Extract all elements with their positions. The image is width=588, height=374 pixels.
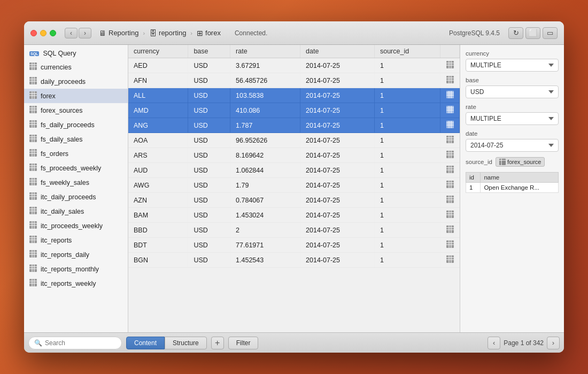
table-row[interactable]: BAM USD 1.453024 2014-07-25 1 bbox=[128, 208, 460, 223]
svg-rect-90 bbox=[446, 91, 454, 98]
table-row[interactable]: BBD USD 2 2014-07-25 1 bbox=[128, 223, 460, 238]
currency-filter-select[interactable]: MULTIPLE bbox=[466, 59, 559, 72]
table-row[interactable]: ANG USD 1.787 2014-07-25 1 bbox=[128, 118, 460, 133]
sidebar-item-forex[interactable]: forex bbox=[24, 89, 128, 103]
cell-base: USD bbox=[188, 193, 230, 208]
source-ref-button[interactable]: forex_source bbox=[496, 157, 545, 167]
filter-button[interactable]: Filter bbox=[228, 337, 259, 349]
breadcrumb-table-label: forex bbox=[205, 29, 221, 37]
sidebar-item-itc-reports[interactable]: itc_reports bbox=[24, 233, 128, 247]
table-row[interactable]: AUD USD 1.062844 2014-07-25 1 bbox=[128, 163, 460, 178]
next-page-button[interactable]: › bbox=[547, 337, 560, 349]
tab-content[interactable]: Content bbox=[126, 337, 165, 349]
breadcrumb-db[interactable]: 🗄 reporting bbox=[146, 28, 189, 38]
breadcrumb-reporting[interactable]: 🖥 Reporting bbox=[96, 28, 142, 38]
table-row[interactable]: AZN USD 0.784067 2014-07-25 1 bbox=[128, 193, 460, 208]
data-table-container[interactable]: currency base rate date source_id AED US… bbox=[128, 45, 460, 332]
close-button[interactable] bbox=[30, 30, 37, 36]
table-grid-icon-6 bbox=[29, 135, 37, 144]
sidebar-item-currencies[interactable]: currencies bbox=[24, 60, 128, 74]
sidebar-item-itc-daily-proceeds[interactable]: itc_daily_proceeds bbox=[24, 190, 128, 204]
add-button[interactable]: + bbox=[211, 337, 224, 349]
cell-action[interactable] bbox=[440, 118, 460, 133]
prev-page-button[interactable]: ‹ bbox=[488, 337, 500, 349]
sidebar-item-forex-sources[interactable]: forex_sources bbox=[24, 103, 128, 118]
traffic-lights bbox=[30, 30, 56, 36]
sidebar-item-daily-proceeds[interactable]: daily_proceeds bbox=[24, 74, 128, 89]
search-input[interactable] bbox=[45, 339, 125, 347]
sidebar-item-fs-daily-proceeds[interactable]: fs_daily_proceeds bbox=[24, 118, 128, 132]
sidebar-item-itc-reports-weekly[interactable]: itc_reports_weekly bbox=[24, 276, 128, 291]
layout-button-1[interactable]: ⬜ bbox=[525, 27, 540, 39]
col-header-rate[interactable]: rate bbox=[230, 45, 300, 58]
table-row[interactable]: AED USD 3.67291 2014-07-25 1 bbox=[128, 58, 460, 73]
cell-rate: 1.062844 bbox=[230, 163, 300, 178]
table-row[interactable]: AFN USD 56.485726 2014-07-25 1 bbox=[128, 73, 460, 88]
table-row[interactable]: ALL USD 103.5838 2014-07-25 1 bbox=[128, 88, 460, 103]
cell-action[interactable] bbox=[440, 253, 460, 268]
sidebar-item-itc-reports-daily[interactable]: itc_reports_daily bbox=[24, 247, 128, 262]
cell-currency: BDT bbox=[128, 238, 188, 253]
cell-action[interactable] bbox=[440, 58, 460, 73]
date-filter-select[interactable]: 2014-07-25 bbox=[466, 139, 559, 152]
cell-action[interactable] bbox=[440, 223, 460, 238]
table-row[interactable]: AOA USD 96.952626 2014-07-25 1 bbox=[128, 133, 460, 148]
table-row[interactable]: BGN USD 1.452543 2014-07-25 1 bbox=[128, 253, 460, 268]
cell-action[interactable] bbox=[440, 103, 460, 118]
sidebar-item-itc-reports-monthly[interactable]: itc_reports_monthly bbox=[24, 262, 128, 276]
table-row[interactable]: ARS USD 8.169642 2014-07-25 1 bbox=[128, 148, 460, 163]
nav-buttons: ‹ › bbox=[65, 28, 91, 38]
tab-structure[interactable]: Structure bbox=[165, 337, 207, 349]
cell-action[interactable] bbox=[440, 178, 460, 193]
cell-source-id: 1 bbox=[374, 148, 440, 163]
table-row[interactable]: AMD USD 410.086 2014-07-25 1 bbox=[128, 103, 460, 118]
base-filter-select[interactable]: USD bbox=[466, 85, 559, 98]
cell-source-id: 1 bbox=[374, 223, 440, 238]
layout-button-2[interactable]: ▭ bbox=[543, 27, 558, 39]
sidebar-item-fs-daily-sales[interactable]: fs_daily_sales bbox=[24, 132, 128, 146]
filter-base: base USD bbox=[466, 77, 559, 98]
forward-button[interactable]: › bbox=[79, 28, 91, 38]
table-row[interactable]: AWG USD 1.79 2014-07-25 1 bbox=[128, 178, 460, 193]
sidebar-item-fs-weekly-sales[interactable]: fs_weekly_sales bbox=[24, 175, 128, 190]
cell-action[interactable] bbox=[440, 88, 460, 103]
cell-currency: AZN bbox=[128, 193, 188, 208]
svg-rect-45 bbox=[29, 192, 37, 200]
col-header-currency[interactable]: currency bbox=[128, 45, 188, 58]
cell-base: USD bbox=[188, 88, 230, 103]
cell-base: USD bbox=[188, 208, 230, 223]
search-box[interactable]: 🔍 bbox=[28, 337, 122, 349]
sidebar-item-fs-proceeds-weekly[interactable]: fs_proceeds_weekly bbox=[24, 161, 128, 175]
cell-rate: 1.787 bbox=[230, 118, 300, 133]
sidebar-item-fs-orders[interactable]: fs_orders bbox=[24, 146, 128, 161]
col-header-base[interactable]: base bbox=[188, 45, 230, 58]
sidebar-label-itc-reports: itc_reports bbox=[41, 237, 72, 244]
table-row[interactable]: BDT USD 77.61971 2014-07-25 1 bbox=[128, 238, 460, 253]
cell-action[interactable] bbox=[440, 148, 460, 163]
col-header-date[interactable]: date bbox=[300, 45, 375, 58]
back-button[interactable]: ‹ bbox=[65, 28, 78, 38]
col-header-source-id[interactable]: source_id bbox=[374, 45, 440, 58]
sidebar-item-sql-query[interactable]: SQL SQL Query bbox=[24, 47, 128, 60]
mini-table-row[interactable]: 1 Open Exchange R... bbox=[466, 183, 559, 193]
breadcrumb-table[interactable]: ⊞ forex bbox=[194, 28, 224, 38]
rate-filter-select[interactable]: MULTIPLE bbox=[466, 112, 559, 125]
cell-action[interactable] bbox=[440, 73, 460, 88]
cell-action[interactable] bbox=[440, 208, 460, 223]
sidebar-item-itc-daily-sales[interactable]: itc_daily_sales bbox=[24, 204, 128, 219]
mini-col-id: id bbox=[466, 173, 481, 183]
cell-action[interactable] bbox=[440, 133, 460, 148]
svg-rect-115 bbox=[446, 166, 454, 173]
cell-action[interactable] bbox=[440, 193, 460, 208]
maximize-button[interactable] bbox=[50, 30, 56, 36]
cell-action[interactable] bbox=[440, 163, 460, 178]
refresh-button[interactable]: ↻ bbox=[508, 27, 523, 39]
source-ref-label: forex_source bbox=[507, 159, 541, 165]
cell-date: 2014-07-25 bbox=[300, 133, 375, 148]
table-grid-icon-3 bbox=[29, 91, 37, 100]
cell-base: USD bbox=[188, 238, 230, 253]
sidebar-item-itc-proceeds-weekly[interactable]: itc_proceeds_weekly bbox=[24, 219, 128, 233]
svg-rect-85 bbox=[446, 76, 454, 83]
cell-action[interactable] bbox=[440, 238, 460, 253]
minimize-button[interactable] bbox=[40, 30, 47, 36]
